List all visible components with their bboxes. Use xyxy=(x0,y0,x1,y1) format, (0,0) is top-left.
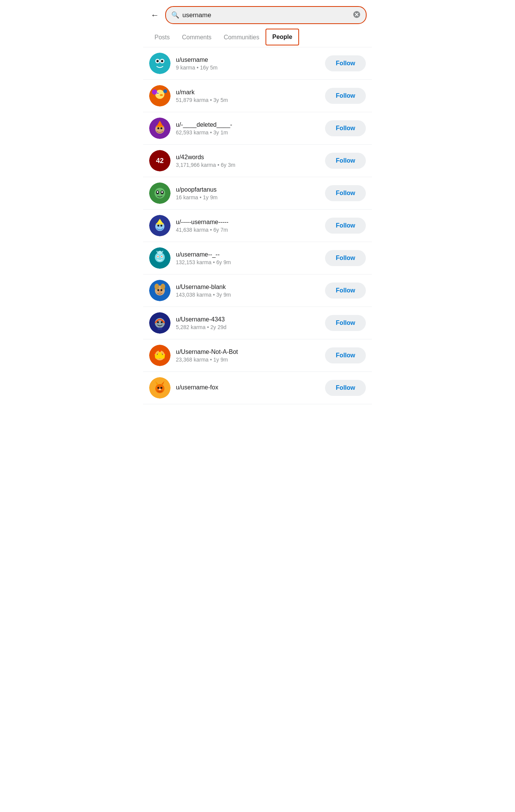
list-item: u/username-foxFollow xyxy=(143,372,372,404)
follow-button[interactable]: Follow xyxy=(325,120,366,136)
svg-point-40 xyxy=(161,256,163,257)
svg-point-54 xyxy=(157,321,159,323)
header: ← 🔍 xyxy=(143,0,372,29)
user-info: u/username-fox xyxy=(176,384,320,392)
tab-communities[interactable]: Communities xyxy=(217,29,265,47)
follow-button[interactable]: Follow xyxy=(325,185,366,201)
svg-point-31 xyxy=(158,225,159,227)
user-meta: 3,171,966 karma • 6y 3m xyxy=(176,162,320,168)
user-name: u/-----username----- xyxy=(176,219,320,226)
avatar xyxy=(149,118,171,139)
user-info: u/Username-43435,282 karma • 2y 29d xyxy=(176,316,320,330)
avatar xyxy=(149,215,171,236)
user-info: u/mark51,879 karma • 3y 5m xyxy=(176,89,320,103)
svg-rect-20 xyxy=(156,126,164,127)
svg-point-64 xyxy=(164,352,166,354)
svg-point-7 xyxy=(161,60,163,62)
svg-point-28 xyxy=(161,191,163,193)
user-meta: 16 karma • 1y 9m xyxy=(176,194,320,200)
avatar xyxy=(149,280,171,301)
user-info: u/-____deleted____-62,593 karma • 3y 1m xyxy=(176,121,320,136)
svg-point-13 xyxy=(152,89,157,95)
svg-rect-34 xyxy=(156,223,164,224)
avatar xyxy=(149,53,171,74)
avatar xyxy=(149,85,171,107)
user-meta: 9 karma • 16y 5m xyxy=(176,65,320,71)
list-item: u/Username-blank143,038 karma • 3y 9mFol… xyxy=(143,274,372,307)
follow-button[interactable]: Follow xyxy=(325,347,366,363)
svg-point-55 xyxy=(161,321,163,323)
list-item: 42 u/42words3,171,966 karma • 6y 3mFollo… xyxy=(143,145,372,177)
svg-point-72 xyxy=(159,389,161,390)
svg-point-51 xyxy=(159,291,161,292)
user-name: u/Username-blank xyxy=(176,284,320,291)
svg-point-46 xyxy=(154,284,159,290)
back-button[interactable]: ← xyxy=(148,9,161,22)
svg-point-70 xyxy=(158,387,159,389)
list-item: u/Username-Not-A-Bot23,368 karma • 1y 9m… xyxy=(143,339,372,372)
user-name: u/Username-Not-A-Bot xyxy=(176,349,320,355)
search-input[interactable] xyxy=(182,11,350,19)
follow-button[interactable]: Follow xyxy=(325,218,366,234)
list-item: u/-----username-----41,638 karma • 6y 7m… xyxy=(143,210,372,242)
search-bar: 🔍 xyxy=(165,6,367,24)
svg-point-41 xyxy=(158,251,162,255)
user-info: u/username9 karma • 16y 5m xyxy=(176,57,320,71)
follow-button[interactable]: Follow xyxy=(325,153,366,169)
list-item: u/username9 karma • 16y 5mFollow xyxy=(143,47,372,80)
list-item: u/poopfartanus16 karma • 1y 9mFollow xyxy=(143,177,372,210)
clear-search-button[interactable] xyxy=(353,11,360,19)
list-item: u/-____deleted____-62,593 karma • 3y 1mF… xyxy=(143,112,372,145)
user-info: u/-----username-----41,638 karma • 6y 7m xyxy=(176,219,320,233)
svg-point-47 xyxy=(161,284,165,290)
svg-rect-56 xyxy=(158,328,162,330)
user-info: u/42words3,171,966 karma • 6y 3m xyxy=(176,154,320,168)
svg-point-11 xyxy=(158,93,159,94)
follow-button[interactable]: Follow xyxy=(325,250,366,266)
svg-point-32 xyxy=(161,225,163,227)
search-icon: 🔍 xyxy=(171,11,179,19)
follow-button[interactable]: Follow xyxy=(325,315,366,331)
user-info: u/poopfartanus16 karma • 1y 9m xyxy=(176,186,320,200)
list-item: u/username--_--132,153 karma • 6y 9mFoll… xyxy=(143,242,372,274)
tab-comments[interactable]: Comments xyxy=(176,29,217,47)
user-name: u/-____deleted____- xyxy=(176,121,320,128)
svg-point-14 xyxy=(163,89,167,93)
user-meta: 62,593 karma • 3y 1m xyxy=(176,129,320,136)
svg-point-27 xyxy=(157,191,158,193)
user-name: u/username--_-- xyxy=(176,251,320,258)
user-name: u/username xyxy=(176,57,320,63)
svg-point-6 xyxy=(156,60,159,62)
avatar xyxy=(149,247,171,269)
user-meta: 41,638 karma • 6y 7m xyxy=(176,227,320,233)
tab-posts[interactable]: Posts xyxy=(148,29,176,47)
avatar xyxy=(149,377,171,399)
user-meta: 5,282 karma • 2y 29d xyxy=(176,324,320,330)
avatar xyxy=(149,182,171,204)
tab-bar: Posts Comments Communities People xyxy=(143,29,372,47)
user-info: u/Username-Not-A-Bot23,368 karma • 1y 9m xyxy=(176,349,320,363)
follow-button[interactable]: Follow xyxy=(325,380,366,396)
svg-point-3 xyxy=(149,53,171,74)
follow-button[interactable]: Follow xyxy=(325,55,366,71)
svg-point-17 xyxy=(158,128,159,129)
user-meta: 51,879 karma • 3y 5m xyxy=(176,97,320,103)
svg-point-18 xyxy=(161,128,163,129)
user-name: u/username-fox xyxy=(176,384,320,391)
user-name: u/poopfartanus xyxy=(176,186,320,193)
follow-button[interactable]: Follow xyxy=(325,283,366,299)
tab-people[interactable]: People xyxy=(266,29,299,45)
user-name: u/42words xyxy=(176,154,320,161)
avatar xyxy=(149,345,171,366)
user-name: u/mark xyxy=(176,89,320,96)
list-item: u/Username-43435,282 karma • 2y 29dFollo… xyxy=(143,307,372,339)
user-list: u/username9 karma • 16y 5mFollow u/mark5… xyxy=(143,47,372,404)
user-info: u/username--_--132,153 karma • 6y 9m xyxy=(176,251,320,265)
svg-point-62 xyxy=(159,350,161,352)
user-meta: 132,153 karma • 6y 9m xyxy=(176,259,320,265)
follow-button[interactable]: Follow xyxy=(325,88,366,104)
user-meta: 143,038 karma • 3y 9m xyxy=(176,292,320,298)
svg-point-71 xyxy=(161,387,163,389)
svg-text:42: 42 xyxy=(156,157,164,165)
avatar: 42 xyxy=(149,150,171,171)
